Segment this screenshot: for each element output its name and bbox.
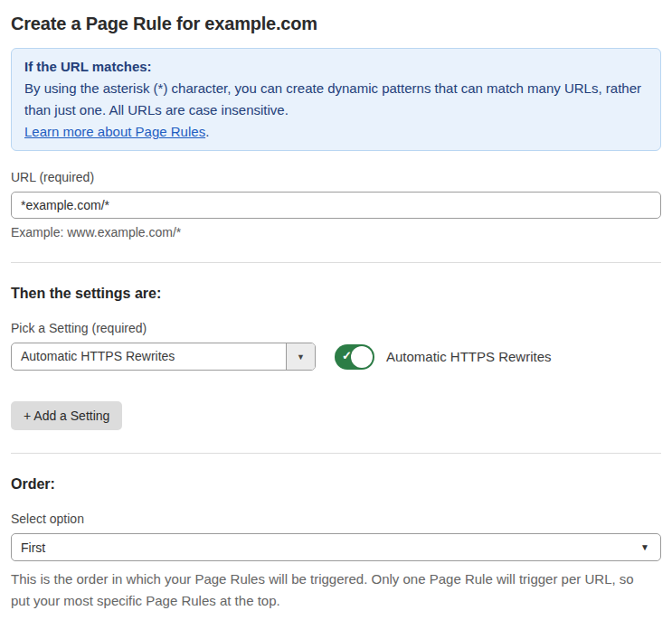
toggle-knob <box>351 346 373 368</box>
url-input[interactable] <box>11 192 661 219</box>
pick-setting-label: Pick a Setting (required) <box>11 321 661 335</box>
setting-select[interactable]: Automatic HTTPS Rewrites ▼ <box>11 343 316 371</box>
order-select-label: Select option <box>11 512 661 526</box>
info-box-heading: If the URL matches: <box>24 56 648 78</box>
link-suffix: . <box>205 124 209 139</box>
setting-row: Automatic HTTPS Rewrites ▼ ✓ Automatic H… <box>11 343 661 371</box>
chevron-down-icon: ▼ <box>640 542 649 552</box>
url-matches-info-box: If the URL matches: By using the asteris… <box>11 48 661 151</box>
setting-select-arrow-button[interactable]: ▼ <box>286 343 315 370</box>
info-box-link-line: Learn more about Page Rules. <box>24 121 648 143</box>
learn-more-link[interactable]: Learn more about Page Rules <box>24 124 205 139</box>
settings-section-heading: Then the settings are: <box>11 286 661 302</box>
chevron-down-icon: ▼ <box>297 352 305 362</box>
divider <box>11 262 661 263</box>
setting-select-value: Automatic HTTPS Rewrites <box>12 343 286 370</box>
page-rule-form: Create a Page Rule for example.com If th… <box>0 14 672 620</box>
url-example-hint: Example: www.example.com/* <box>11 225 661 240</box>
info-box-body: By using the asterisk (*) character, you… <box>24 78 648 121</box>
order-section-heading: Order: <box>11 476 661 493</box>
order-description: This is the order in which your Page Rul… <box>11 568 649 612</box>
add-setting-button[interactable]: + Add a Setting <box>11 401 122 430</box>
https-rewrites-toggle[interactable]: ✓ <box>335 344 374 370</box>
page-title: Create a Page Rule for example.com <box>11 14 661 34</box>
divider <box>11 453 661 454</box>
url-field-label: URL (required) <box>11 170 661 184</box>
toggle-label: Automatic HTTPS Rewrites <box>386 349 552 364</box>
order-select[interactable]: First ▼ <box>11 533 661 561</box>
order-select-value: First <box>21 540 45 555</box>
